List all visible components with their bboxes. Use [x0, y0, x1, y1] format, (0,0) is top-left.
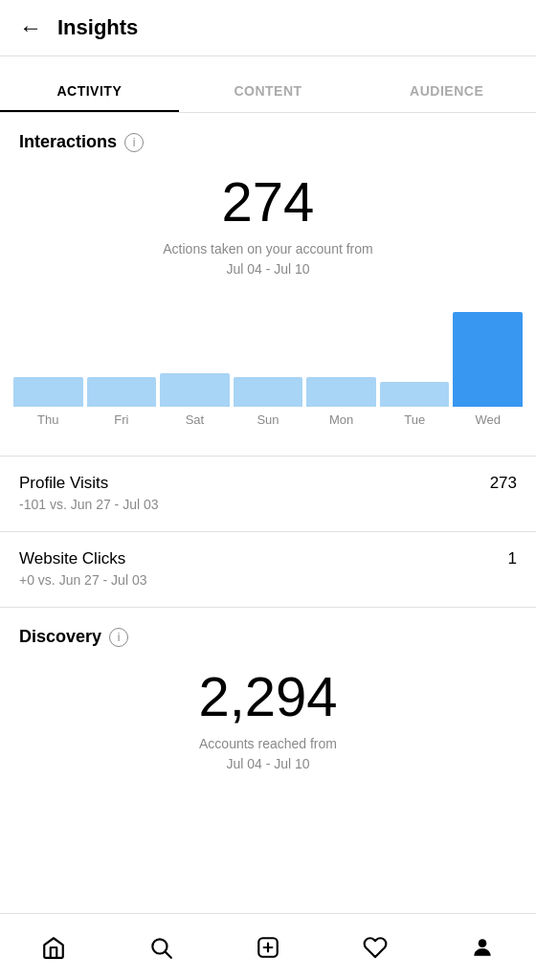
heart-icon [362, 934, 389, 961]
bar-col-fri: Fri [87, 377, 157, 427]
bar-col-tue: Tue [380, 382, 450, 427]
header: ← Insights [0, 0, 536, 56]
bar-label-sat: Sat [186, 412, 205, 427]
interactions-subtitle: Actions taken on your account from Jul 0… [19, 239, 517, 279]
interactions-info-icon[interactable]: i [124, 133, 144, 152]
nav-add[interactable] [214, 914, 322, 980]
discovery-subtitle: Accounts reached from Jul 04 - Jul 10 [19, 734, 517, 774]
website-clicks-section: Website Clicks 1 +0 vs. Jun 27 - Jul 03 [0, 532, 536, 607]
discovery-title: Discovery i [19, 627, 517, 647]
website-clicks-label: Website Clicks [19, 549, 125, 568]
bar-col-wed: Wed [453, 312, 523, 427]
bar-thu [13, 377, 83, 407]
bar-fri [87, 377, 157, 407]
add-icon [255, 934, 281, 961]
website-clicks-value: 1 [508, 549, 517, 568]
discovery-info-icon[interactable]: i [109, 628, 128, 647]
interactions-title: Interactions i [19, 132, 517, 152]
discovery-section: Discovery i 2,294 Accounts reached from … [0, 608, 536, 774]
home-icon [40, 934, 67, 961]
tabs-container: ACTIVITY CONTENT AUDIENCE [0, 66, 536, 113]
bar-label-wed: Wed [476, 412, 502, 427]
bar-col-sun: Sun [234, 377, 303, 427]
bottom-nav [0, 913, 536, 980]
tab-activity[interactable]: ACTIVITY [0, 66, 179, 112]
bar-label-fri: Fri [114, 412, 128, 427]
tab-audience[interactable]: AUDIENCE [357, 66, 536, 112]
nav-profile[interactable] [429, 914, 536, 980]
nav-home[interactable] [0, 914, 107, 980]
profile-visits-label: Profile Visits [19, 474, 108, 493]
nav-heart[interactable] [322, 914, 429, 980]
bar-chart: ThuFriSatSunMonTueWed [0, 302, 536, 427]
bar-sat [160, 373, 230, 407]
interactions-count: 274 [19, 169, 517, 234]
website-clicks-sub: +0 vs. Jun 27 - Jul 03 [19, 572, 517, 588]
profile-visits-section: Profile Visits 273 -101 vs. Jun 27 - Jul… [0, 457, 536, 531]
chart-bars: ThuFriSatSunMonTueWed [10, 302, 526, 427]
search-icon [147, 934, 174, 961]
svg-line-1 [166, 951, 171, 957]
bar-wed [453, 312, 523, 407]
bar-label-sun: Sun [257, 412, 279, 427]
bar-col-thu: Thu [13, 377, 83, 427]
svg-point-5 [479, 939, 487, 947]
bar-label-mon: Mon [329, 412, 353, 427]
bar-sun [234, 377, 303, 407]
profile-visits-sub: -101 vs. Jun 27 - Jul 03 [19, 497, 517, 512]
tab-content[interactable]: CONTENT [179, 66, 358, 112]
page-title: Insights [57, 15, 138, 40]
interactions-section: Interactions i 274 Actions taken on your… [0, 113, 536, 279]
profile-icon [469, 934, 496, 961]
bar-mon [306, 377, 376, 407]
discovery-count: 2,294 [19, 664, 517, 728]
bar-label-thu: Thu [37, 412, 58, 427]
nav-search[interactable] [107, 914, 214, 980]
profile-visits-value: 273 [490, 474, 517, 493]
back-button[interactable]: ← [19, 16, 42, 39]
bar-label-tue: Tue [404, 412, 425, 427]
bar-col-sat: Sat [160, 373, 230, 427]
bar-tue [380, 382, 450, 407]
bar-col-mon: Mon [306, 377, 376, 427]
